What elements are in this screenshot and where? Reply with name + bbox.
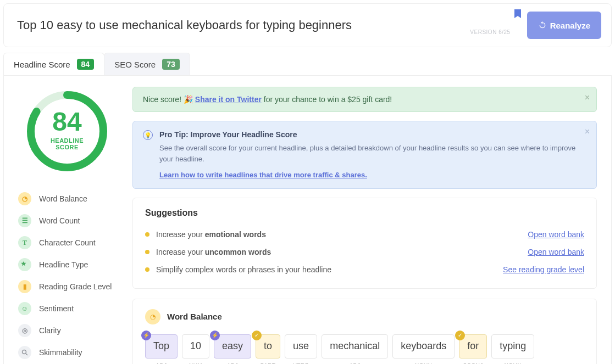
sidebar-item-sentiment[interactable]: ☺ Sentiment [18,298,116,320]
svg-line-3 [26,354,27,355]
suggestion-row: Increase your emotional wordsOpen word b… [145,226,584,243]
suggestion-text: Increase your emotional words [156,230,266,239]
word-token: keyboardsNOUN [392,334,455,365]
headline-input[interactable] [17,18,470,32]
sidebar-item-label: Clarity [39,326,61,335]
word-box: easy⚡ [214,334,251,359]
tab-score-badge: 73 [162,59,180,70]
reanalyze-label: Reanalyze [550,21,590,30]
word-token: to✓PART [256,334,280,365]
word-token: mechanicalADJ [322,334,388,365]
sidebar-item-label: Headline Type [39,260,88,269]
sidebar-item-label: Sentiment [39,304,74,313]
alert-text: Nice score! 🎉 Share it on Twitter for yo… [143,95,392,104]
sidebar-item-label: Word Balance [39,194,87,203]
tab-label: Headline Score [14,60,70,69]
sidebar-item-character-count[interactable]: T Character Count [18,232,116,254]
pie-icon: ◔ [145,309,160,324]
word-balance-title: Word Balance [167,312,222,321]
search-icon [18,346,31,359]
sidebar-item-headline-type[interactable]: Headline Type [18,254,116,276]
suggestion-link[interactable]: See reading grade level [503,265,584,274]
tab-score-badge: 84 [77,59,95,70]
word-box: mechanical [322,334,388,359]
lines-icon: ☰ [18,214,31,227]
headline-score-ring: 84 HEADLINESCORE [26,90,108,172]
word-box: Top⚡ [145,334,178,359]
confetti-icon: 🎉 [184,95,193,104]
content: 84 HEADLINESCORE ◔ Word Balance ☰ Word C… [3,75,612,364]
word-box: use [285,334,317,359]
word-token: useVERB [285,334,317,365]
suggestion-row: Simplify complex words or phrases in you… [145,261,584,278]
sidebar-item-label: Reading Grade Level [39,282,112,291]
tabs: Headline Score 84 SEO Score 73 [3,53,612,75]
bullet-icon [145,250,149,254]
sidebar-item-label: Word Count [39,216,80,225]
bullet-icon [145,232,149,237]
book-icon: ▮ [18,280,31,293]
sidebar-item-reading-grade[interactable]: ▮ Reading Grade Level [18,276,116,298]
smile-icon: ☺ [18,302,31,315]
word-balance-card: ◔ Word Balance Top⚡ADJ10NUMeasy⚡ADJto✓PA… [132,299,597,365]
target-icon: ◎ [18,324,31,337]
power-word-icon: ⚡ [210,331,220,340]
sidebar-item-label: Character Count [39,238,96,247]
main-panel[interactable]: Nice score! 🎉 Share it on Twitter for yo… [127,76,611,364]
close-icon[interactable]: × [585,127,590,137]
pro-tip-body: See the overall score for your current h… [159,143,586,164]
pro-tip-title: Pro Tip: Improve Your Headline Score [159,129,586,141]
score-number: 84 [26,107,108,137]
word-token: Top⚡ADJ [145,334,178,365]
sidebar-item-word-balance[interactable]: ◔ Word Balance [18,188,116,210]
svg-point-2 [23,350,26,354]
reanalyze-button[interactable]: Reanalyze [527,12,601,39]
bookmark-icon[interactable] [514,9,522,20]
sidebar-item-skimmability[interactable]: Skimmability [18,341,116,363]
word-token: typingNOUN [491,334,534,365]
word-token: for✓SCONJ [459,334,487,365]
sidebar-item-label: Skimmability [39,348,82,357]
alert-pro-tip: 💡 Pro Tip: Improve Your Headline Score S… [132,121,597,189]
suggestion-text: Increase your uncommon words [156,248,271,256]
suggestion-row: Increase your uncommon wordsOpen word ba… [145,243,584,261]
word-box: to✓ [256,334,280,359]
letter-t-icon: T [18,236,31,249]
power-word-icon: ⚡ [141,331,151,340]
common-word-icon: ✓ [455,331,465,340]
sidebar-item-clarity[interactable]: ◎ Clarity [18,320,116,341]
pro-tip-link[interactable]: Learn how to write headlines that drive … [159,170,367,181]
word-box: for✓ [459,334,487,359]
bullet-icon [145,267,149,272]
refresh-icon [538,21,547,30]
share-twitter-link[interactable]: Share it on Twitter [195,95,262,104]
word-box: keyboards [392,334,455,359]
lightbulb-icon: 💡 [143,130,153,140]
word-box: typing [491,334,534,359]
header-bar: VERSION 6/25 Reanalyze [3,3,612,47]
word-box: 10 [182,334,209,359]
version-label: VERSION 6/25 [470,29,510,35]
common-word-icon: ✓ [252,331,262,340]
suggestion-link[interactable]: Open word bank [528,248,584,256]
suggestions-card: Suggestions Increase your emotional word… [132,198,597,289]
score-label: HEADLINESCORE [26,137,108,150]
triangle-icon [18,258,31,271]
suggestions-title: Suggestions [145,208,584,218]
sidebar-item-word-count[interactable]: ☰ Word Count [18,210,116,232]
sidebar: 84 HEADLINESCORE ◔ Word Balance ☰ Word C… [4,76,127,364]
alert-nice-score: Nice score! 🎉 Share it on Twitter for yo… [132,87,597,112]
tab-headline-score[interactable]: Headline Score 84 [3,53,104,75]
tab-label: SEO Score [114,60,156,69]
suggestion-text: Simplify complex words or phrases in you… [156,265,331,274]
close-icon[interactable]: × [585,93,590,103]
word-token: easy⚡ADJ [214,334,251,365]
word-tokens-row: Top⚡ADJ10NUMeasy⚡ADJto✓PARTuseVERBmechan… [145,334,584,365]
suggestion-link[interactable]: Open word bank [528,230,584,239]
word-token: 10NUM [182,334,209,365]
pie-icon: ◔ [18,192,31,205]
tab-seo-score[interactable]: SEO Score 73 [104,53,190,75]
